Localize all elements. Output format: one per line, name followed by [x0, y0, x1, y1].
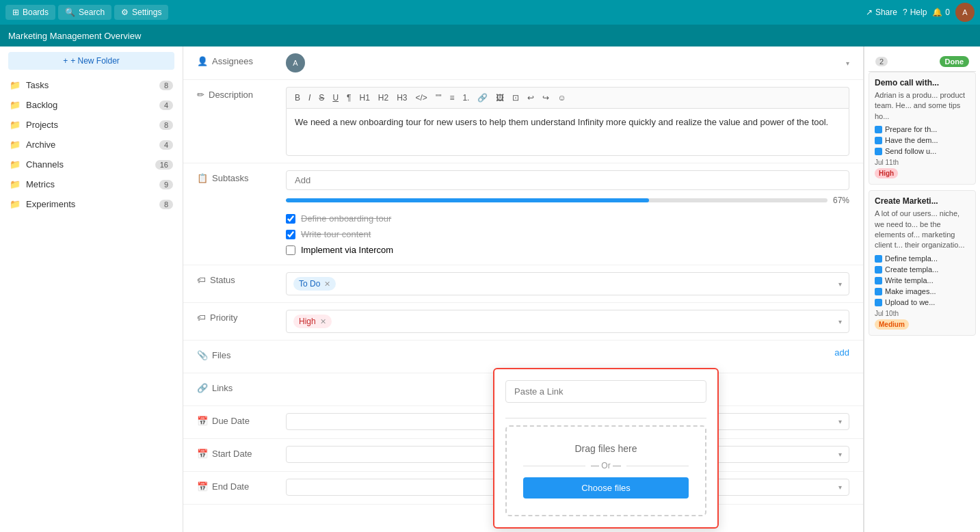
h2-button[interactable]: H2	[375, 92, 391, 104]
bell-icon: 🔔	[932, 8, 942, 17]
emoji-button[interactable]: ☺	[555, 92, 568, 104]
h1-button[interactable]: H1	[357, 92, 373, 104]
subtask-item-3: Implement via Intercom	[286, 242, 849, 258]
start-date-label: 📅 Start Date	[197, 446, 286, 459]
due-date-icon: 📅	[197, 416, 208, 426]
right-checkbox	[875, 277, 882, 284]
progress-bar-bg	[286, 198, 827, 202]
share-icon: ↗	[866, 8, 873, 17]
ol-button[interactable]: 1.	[460, 92, 472, 104]
right-card-2[interactable]: Create Marketi... A lot of our users... …	[869, 190, 976, 336]
embed-button[interactable]: ⊡	[509, 92, 522, 104]
settings-icon: ⚙	[121, 8, 129, 17]
sidebar-item-backlog[interactable]: 📁 Backlog 4	[0, 95, 183, 115]
subtasks-content: 67% Define onboarding tour Write tour co…	[286, 170, 849, 258]
sidebar-item-archive[interactable]: 📁 Archive 4	[0, 135, 183, 155]
sidebar-item-channels[interactable]: 📁 Channels 16	[0, 155, 183, 174]
priority-row: 🏷 Priority High ✕ ▾	[183, 303, 863, 341]
folder-icon: 📁	[10, 179, 21, 189]
assignees-dropdown-arrow: ▾	[846, 59, 849, 67]
help-button[interactable]: ? Help	[903, 8, 927, 17]
folder-icon: 📁	[10, 159, 21, 170]
end-date-icon: 📅	[197, 481, 208, 492]
priority-tag-close[interactable]: ✕	[320, 317, 326, 326]
new-folder-button[interactable]: + + New Folder	[8, 52, 174, 70]
right-card-2-task-3: Write templa...	[875, 275, 970, 286]
assignee-avatar[interactable]: A	[286, 53, 305, 72]
right-card-1-date: Jul 11th	[875, 159, 970, 166]
boards-button[interactable]: ⊞ Boards	[5, 5, 55, 20]
right-card-2-task-2: Create templa...	[875, 264, 970, 275]
sidebar-item-tasks[interactable]: 📁 Tasks 8	[0, 75, 183, 95]
assignees-icon: 👤	[197, 56, 208, 66]
due-date-label: 📅 Due Date	[197, 413, 286, 426]
right-checkbox	[875, 148, 882, 155]
progress-bar-wrap: 67%	[286, 196, 849, 205]
files-content: add	[286, 347, 849, 358]
drop-zone[interactable]: Drag files here — Or — Choose files	[505, 425, 706, 516]
search-icon: 🔍	[65, 8, 75, 17]
progress-bar-fill	[286, 198, 649, 202]
quote-button[interactable]: ""	[433, 92, 445, 104]
right-panel: 2 Done Demo call with... Adrian is a pro…	[864, 46, 980, 532]
subtasks-label: 📋 Subtasks	[197, 170, 286, 183]
italic-button[interactable]: I	[306, 92, 313, 104]
subtask-checkbox-3[interactable]	[286, 245, 295, 255]
top-navigation: ⊞ Boards 🔍 Search ⚙ Settings ↗ Share ? H…	[0, 0, 980, 25]
paragraph-button[interactable]: ¶	[344, 92, 354, 104]
links-label: 🔗 Links	[197, 380, 286, 393]
done-badge: Done	[940, 56, 970, 67]
notifications-button[interactable]: 🔔 0	[932, 8, 950, 17]
undo-button[interactable]: ↩	[525, 92, 537, 104]
link-button[interactable]: 🔗	[475, 92, 490, 104]
end-date-label: 📅 End Date	[197, 479, 286, 492]
status-icon: 🏷	[197, 275, 206, 285]
priority-label: 🏷 Priority	[197, 310, 286, 323]
subtask-add-input[interactable]	[286, 170, 849, 190]
avatar[interactable]: A	[955, 3, 975, 22]
paste-link-input[interactable]	[505, 380, 706, 403]
search-button[interactable]: 🔍 Search	[58, 5, 111, 20]
description-text[interactable]: We need a new onboarding tour for new us…	[286, 108, 849, 156]
right-checkbox	[875, 126, 882, 133]
h3-button[interactable]: H3	[394, 92, 410, 104]
sidebar-item-projects[interactable]: 📁 Projects 8	[0, 115, 183, 135]
image-button[interactable]: 🖼	[493, 92, 507, 104]
right-checkbox	[875, 288, 882, 295]
subtask-checkbox-2[interactable]	[286, 230, 295, 239]
nav-right: ↗ Share ? Help 🔔 0 A	[866, 3, 975, 22]
status-tag-close[interactable]: ✕	[324, 280, 330, 289]
status-dropdown[interactable]: To Do ✕ ▾	[286, 272, 849, 295]
right-card-1-task-1: Prepare for th...	[875, 124, 970, 135]
divider	[505, 418, 706, 418]
assignees-content: A ▾	[286, 53, 849, 72]
priority-dropdown[interactable]: High ✕ ▾	[286, 310, 849, 333]
sidebar-item-experiments[interactable]: 📁 Experiments 8	[0, 194, 183, 214]
redo-button[interactable]: ↪	[540, 92, 552, 104]
settings-button[interactable]: ⚙ Settings	[114, 5, 168, 20]
description-row: ✏ Description B I S U ¶ H1 H2 H3 </> "" …	[183, 80, 863, 163]
task-panel: 👤 Assignees A ▾ ✏ Description B I S	[183, 46, 864, 532]
right-checkbox	[875, 255, 882, 263]
code-button[interactable]: </>	[413, 92, 430, 104]
right-checkbox	[875, 266, 882, 274]
right-card-1[interactable]: Demo call with... Adrian is a produ... p…	[869, 72, 976, 185]
drop-or: — Or —	[523, 461, 689, 470]
bold-button[interactable]: B	[292, 92, 303, 104]
subtask-item-1: Define onboarding tour	[286, 211, 849, 226]
main-layout: + + New Folder 📁 Tasks 8 📁 Backlog 4 📁 P…	[0, 46, 980, 532]
subtask-checkbox-1[interactable]	[286, 214, 295, 224]
underline-button[interactable]: U	[330, 92, 341, 104]
right-card-2-task-4: Make images...	[875, 286, 970, 297]
subtasks-row: 📋 Subtasks 67% Define onboarding tour	[183, 163, 863, 265]
strike-button[interactable]: S	[316, 92, 327, 104]
right-card-2-task-1: Define templa...	[875, 253, 970, 264]
choose-files-button[interactable]: Choose files	[523, 477, 689, 498]
right-card-1-task-3: Send follow u...	[875, 146, 970, 157]
files-add-button[interactable]: add	[834, 347, 849, 358]
or-text: — Or —	[591, 461, 621, 470]
sidebar-item-metrics[interactable]: 📁 Metrics 9	[0, 174, 183, 194]
ul-button[interactable]: ≡	[447, 92, 457, 104]
share-button[interactable]: ↗ Share	[866, 8, 897, 17]
right-card-1-title: Demo call with...	[875, 78, 970, 88]
